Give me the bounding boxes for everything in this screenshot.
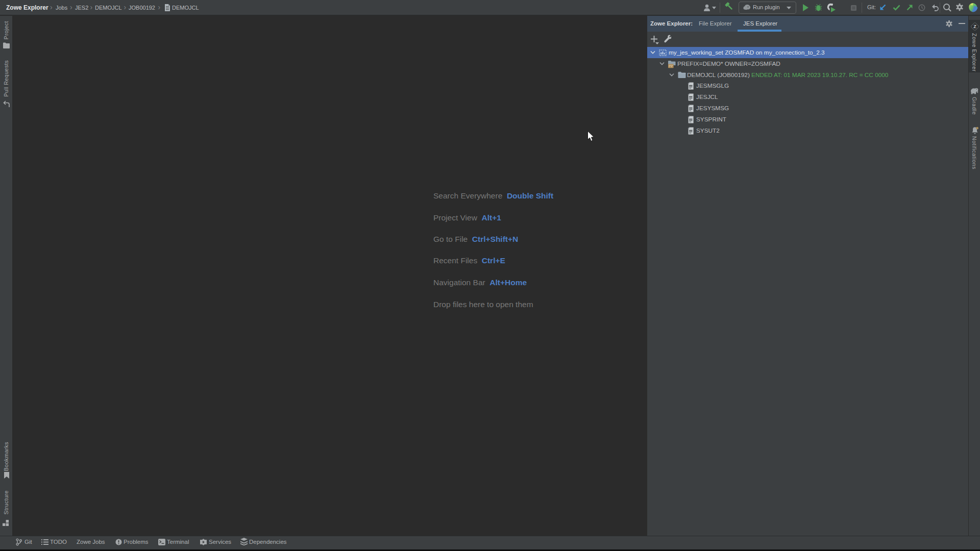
- svg-text:Z: Z: [973, 24, 976, 29]
